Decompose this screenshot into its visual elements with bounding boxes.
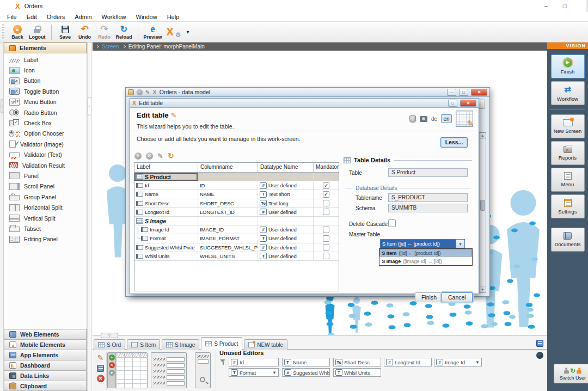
table-row[interactable]: Short DescSHORT_DESCTeText long xyxy=(134,199,339,208)
menu-item-admin[interactable]: Admin xyxy=(70,14,96,20)
vision-settings-button[interactable]: Settings xyxy=(551,194,585,218)
redo-button[interactable]: ↷ Redo xyxy=(95,23,114,41)
form-template-preview[interactable] xyxy=(151,352,187,388)
palette-item-tabset[interactable]: Tabset xyxy=(4,223,87,234)
save-button[interactable]: Save xyxy=(56,23,75,41)
dropdown-option-s-item[interactable]: S Item([id] ← [product Id]) xyxy=(379,249,472,257)
col-header-datatype[interactable]: Datatype Name xyxy=(258,163,314,172)
edit-tool-button[interactable]: ✎ xyxy=(96,353,105,362)
dialog-minimize-button[interactable]: — xyxy=(447,89,456,96)
remove-row-icon[interactable]: ✕ xyxy=(146,152,153,160)
scroll-down-icon[interactable]: ▼ xyxy=(480,286,486,292)
palette-item-radio-button[interactable]: Radio Button xyxy=(4,107,87,118)
palette-item-editing-panel[interactable]: Editing Panel xyxy=(4,234,87,245)
search-template-preview[interactable] xyxy=(195,352,211,388)
editor-chip-suggested-whlsl[interactable]: #Suggested Whlsl... xyxy=(282,368,330,377)
bucket-icon[interactable] xyxy=(409,115,416,123)
edit-table-dialog[interactable]: X Edit table □ ✕ Edit table✎ de en This … xyxy=(130,98,479,294)
col-header-columnname[interactable]: Columnname xyxy=(198,163,258,172)
schema-field[interactable]: SUMMITB xyxy=(388,204,468,212)
palette-item-check-box[interactable]: Check Box xyxy=(4,118,87,128)
editor-chip-image-id[interactable]: #Image Id▼ xyxy=(434,358,482,366)
camera-icon[interactable] xyxy=(420,116,427,122)
section-app-elements[interactable]: App Elements xyxy=(4,350,87,360)
section-mobile-elements[interactable]: Mobile Elements xyxy=(4,339,87,350)
collapse-arrow-icon[interactable]: ‹ xyxy=(88,97,91,115)
undo-button[interactable]: ↶ Undo xyxy=(75,23,95,41)
editor-chip-id[interactable]: #Id xyxy=(229,358,279,366)
circle-mini-icon[interactable] xyxy=(137,89,143,95)
table-row[interactable]: NameNAMETText short✓ xyxy=(134,190,339,199)
section-clipboard[interactable]: Clipboard xyxy=(4,381,87,391)
left-splitter[interactable]: › xyxy=(0,42,4,391)
palette-item-horizontal-split[interactable]: Horizontal Split xyxy=(4,202,87,212)
palette-item-group-panel[interactable]: Group Panel xyxy=(4,192,87,202)
vision-workflow-button[interactable]: ⇄Workflow xyxy=(551,81,585,105)
palette-item-toggle-button[interactable]: Toggle Button xyxy=(4,86,87,96)
breadcrumb-root-link[interactable]: Screen xyxy=(102,44,119,50)
visionx-button[interactable]: X⚙ xyxy=(164,23,183,41)
language-en-selected[interactable]: en xyxy=(441,114,452,123)
mandatory-checkbox[interactable]: ✓ xyxy=(323,191,329,198)
less-button[interactable]: Less... xyxy=(440,137,468,148)
fields-table[interactable]: Label Columnname Datatype Name Mandatory… xyxy=(134,162,339,291)
palette-item-validator-image[interactable]: Validator (Image) xyxy=(4,139,87,149)
language-de[interactable]: de xyxy=(431,116,437,122)
editor-chip-name[interactable]: TName xyxy=(282,358,330,366)
dialog-maximize-button[interactable]: □ xyxy=(448,100,457,107)
table-row[interactable]: ├Image IdIMAGE_ID#User defined xyxy=(134,225,339,234)
table-row[interactable]: Suggested Whlsl PriceSUGGESTED_WHLSL_PRI… xyxy=(134,243,339,252)
section-web-elements[interactable]: Web Elements xyxy=(4,329,87,339)
palette-item-panel[interactable]: Panel xyxy=(4,170,87,181)
panel-collapse-button[interactable]: ▽ xyxy=(101,333,118,338)
logout-button[interactable]: Logout xyxy=(27,23,47,41)
vision-new-screen-button[interactable]: New Screen xyxy=(551,114,585,138)
palette-mini-icon[interactable] xyxy=(128,89,134,95)
report-tool-button[interactable] xyxy=(96,364,105,372)
dialog-maximize-button[interactable]: □ xyxy=(459,89,468,96)
editor-chip-longtext-id[interactable]: #Longtext Id xyxy=(384,358,432,366)
mandatory-checkbox[interactable] xyxy=(323,209,329,215)
scrollbar-thumb[interactable] xyxy=(480,200,485,211)
table-row[interactable]: IdID#User defined✓ xyxy=(134,181,339,190)
edit-row-icon[interactable]: ✎ xyxy=(157,152,163,160)
palette-splitter[interactable]: ‹ xyxy=(87,42,91,391)
table-group-row[interactable]: S Product xyxy=(134,173,339,181)
delete-cascade-checkbox[interactable] xyxy=(388,219,396,227)
table-row[interactable]: Whlsl UnitsWHLSL_UNITSTUser defined xyxy=(134,252,339,261)
col-header-label[interactable]: Label xyxy=(134,163,198,172)
data-model-dialog-titlebar[interactable]: ✎ X Orders - data model — □ ✕ xyxy=(126,88,489,97)
edit-table-dialog-titlebar[interactable]: X Edit table □ ✕ xyxy=(130,99,479,108)
editor-chip-whlsl-units[interactable]: TWhlsl Units xyxy=(333,368,381,377)
palette-item-option-chooser[interactable]: Option Chooser xyxy=(4,129,87,139)
menu-item-file[interactable]: File xyxy=(2,14,22,20)
master-table-combobox[interactable]: S Item ([id] ← [product Id]) ▾ xyxy=(380,239,465,248)
expand-arrow-icon[interactable]: › xyxy=(1,99,3,113)
vision-reports-button[interactable]: Reports xyxy=(551,141,585,165)
mandatory-checkbox[interactable] xyxy=(323,200,329,206)
palette-item-validator-text[interactable]: Validator (Text) xyxy=(4,150,87,160)
palette-header[interactable]: Elements xyxy=(4,42,87,53)
mandatory-checkbox[interactable] xyxy=(323,244,329,251)
editor-chip-short-desc[interactable]: TeShort Desc xyxy=(333,358,381,366)
menu-item-orders[interactable]: Orders xyxy=(42,14,70,20)
palette-item-validation-result[interactable]: Validation Result xyxy=(4,160,87,170)
table-row[interactable]: Longtext IdLONGTEXT_ID#User defined xyxy=(134,208,339,217)
vision-menu-button[interactable]: Menu xyxy=(551,168,585,192)
preview-button[interactable]: e Preview xyxy=(142,23,164,41)
mandatory-checkbox[interactable] xyxy=(323,235,329,242)
combo-arrow-icon[interactable]: ▾ xyxy=(456,240,464,248)
design-canvas[interactable]: ✎ X Orders - data model — □ ✕ w Pa RIRIC… xyxy=(93,51,547,335)
dialog-close-button[interactable]: ✕ xyxy=(471,89,487,96)
vision-documents-button[interactable]: Documents xyxy=(551,228,585,252)
filter-funnel-icon[interactable] xyxy=(220,359,226,365)
palette-item-label[interactable]: Label xyxy=(4,54,87,65)
dialog-close-button[interactable]: ✕ xyxy=(460,100,476,107)
table-row[interactable]: └FormatIMAGE_FORMATTUser defined xyxy=(134,234,339,243)
tablename-field[interactable]: S_PRODUCT xyxy=(388,193,468,202)
delete-tool-button[interactable]: ✕ xyxy=(96,374,105,383)
toolbar-drag-handle[interactable] xyxy=(2,24,4,40)
maximize-button[interactable]: □ xyxy=(555,0,574,12)
palette-item-menu-button[interactable]: Menu Button xyxy=(4,97,87,107)
reload-button[interactable]: ↻ Reload xyxy=(114,23,134,41)
